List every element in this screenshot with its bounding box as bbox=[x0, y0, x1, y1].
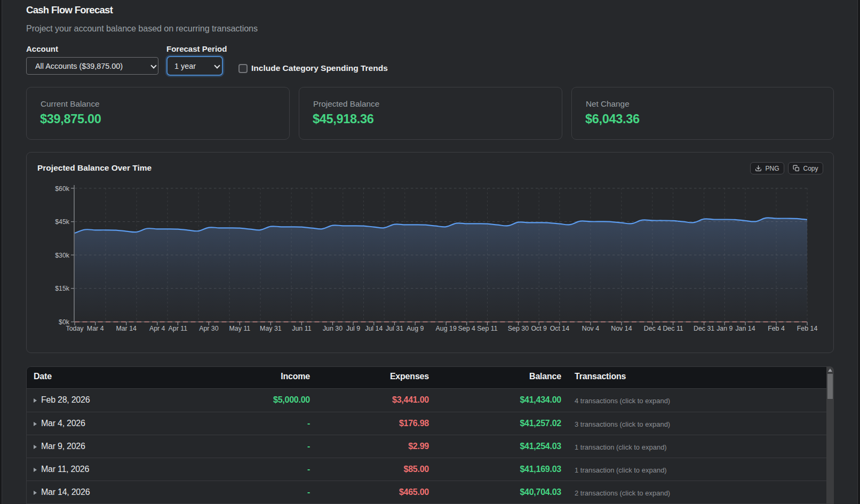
svg-text:$15k: $15k bbox=[55, 285, 70, 292]
svg-text:Jul 9: Jul 9 bbox=[346, 325, 360, 332]
svg-text:$30k: $30k bbox=[55, 252, 70, 259]
svg-text:May 31: May 31 bbox=[260, 325, 282, 332]
svg-text:Jan 9: Jan 9 bbox=[716, 325, 732, 332]
svg-text:Jul 14: Jul 14 bbox=[365, 325, 383, 332]
svg-text:Oct 14: Oct 14 bbox=[550, 325, 570, 332]
svg-text:$60k: $60k bbox=[55, 185, 70, 193]
svg-text:Oct 9: Oct 9 bbox=[531, 325, 547, 332]
svg-text:Sep 4: Sep 4 bbox=[458, 325, 475, 332]
svg-text:Dec 4: Dec 4 bbox=[644, 325, 661, 332]
svg-text:Nov 4: Nov 4 bbox=[582, 325, 599, 332]
svg-text:May 11: May 11 bbox=[229, 325, 251, 332]
svg-text:Mar 4: Mar 4 bbox=[87, 325, 104, 332]
svg-text:Apr 30: Apr 30 bbox=[199, 325, 219, 332]
svg-text:Aug 19: Aug 19 bbox=[436, 325, 457, 332]
svg-text:Feb 14: Feb 14 bbox=[797, 325, 818, 332]
svg-text:Apr 4: Apr 4 bbox=[149, 325, 165, 332]
svg-text:Sep 11: Sep 11 bbox=[477, 325, 497, 332]
svg-text:Dec 11: Dec 11 bbox=[663, 325, 683, 332]
svg-text:Feb 4: Feb 4 bbox=[768, 325, 785, 332]
svg-text:Nov 14: Nov 14 bbox=[611, 325, 632, 332]
svg-text:Mar 14: Mar 14 bbox=[116, 325, 137, 332]
svg-text:Jun 30: Jun 30 bbox=[323, 325, 343, 332]
svg-text:Today: Today bbox=[66, 325, 84, 332]
svg-text:Jun 11: Jun 11 bbox=[292, 325, 311, 332]
svg-text:$45k: $45k bbox=[55, 218, 70, 226]
svg-text:Aug 9: Aug 9 bbox=[407, 325, 424, 332]
svg-text:Jan 14: Jan 14 bbox=[735, 325, 755, 332]
svg-text:Apr 11: Apr 11 bbox=[169, 325, 188, 332]
svg-text:Jul 31: Jul 31 bbox=[386, 325, 403, 332]
svg-text:Dec 31: Dec 31 bbox=[694, 325, 714, 332]
svg-text:Sep 30: Sep 30 bbox=[508, 325, 529, 332]
